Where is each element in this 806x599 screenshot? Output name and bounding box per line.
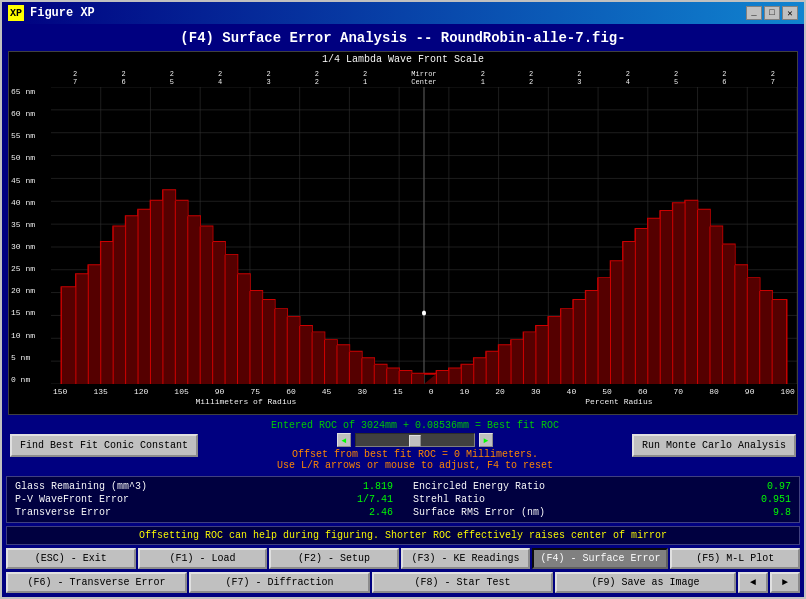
x-axis-right-label: Percent Radius: [585, 397, 652, 406]
roc-info-text: Entered ROC of 3024mm + 0.08536mm = Best…: [202, 420, 628, 431]
info-bar-text: Offsetting ROC can help during figuring.…: [139, 530, 667, 541]
x-left-numbers: 150 135 120 105 90 75 60 45 30 15 0 10 2…: [51, 386, 797, 397]
chart-title: 1/4 Lambda Wave Front Scale: [9, 52, 797, 67]
f1-load-button[interactable]: (F1) - Load: [138, 548, 268, 569]
slider-right-arrow[interactable]: ►: [479, 433, 493, 447]
f5-ml-plot-button[interactable]: (F5) M-L Plot: [670, 548, 800, 569]
surface-rms-label: Surface RMS Error (nm): [413, 507, 545, 518]
encircled-energy-stat: Encircled Energy Ratio 0.97: [413, 481, 791, 492]
strehl-stat: Strehl Ratio 0.951: [413, 494, 791, 505]
close-button[interactable]: ✕: [782, 6, 798, 20]
window-subtitle: (F4) Surface Error Analysis -- RoundRobi…: [6, 28, 800, 48]
info-bar: Offsetting ROC can help during figuring.…: [6, 526, 800, 545]
controls-row: Find Best Fit Conic Constant Entered ROC…: [6, 418, 800, 473]
arrow-left-button[interactable]: ◄: [738, 572, 768, 593]
svg-point-91: [422, 310, 426, 315]
offset-info-text: Offset from best fit ROC = 0 Millimeters…: [202, 449, 628, 460]
f9-save-image-button[interactable]: (F9) Save as Image: [555, 572, 736, 593]
slider-left-arrow[interactable]: ◄: [337, 433, 351, 447]
f6-transverse-button[interactable]: (F6) - Transverse Error: [6, 572, 187, 593]
maximize-button[interactable]: □: [764, 6, 780, 20]
chart-svg: [51, 87, 797, 384]
surface-rms-stat: Surface RMS Error (nm) 9.8: [413, 507, 791, 518]
stats-row: Glass Remaining (mm^3) 1.819 Encircled E…: [6, 476, 800, 523]
window-content: (F4) Surface Error Analysis -- RoundRobi…: [2, 24, 804, 597]
find-best-fit-button[interactable]: Find Best Fit Conic Constant: [10, 434, 198, 457]
x-axis-labels: Millimeters of Radius Percent Radius: [51, 397, 797, 406]
x-axis-left-label: Millimeters of Radius: [195, 397, 296, 406]
arrow-hint-text: Use L/R arrows or mouse to adjust, F4 to…: [202, 460, 628, 471]
title-bar-controls: _ □ ✕: [746, 6, 798, 20]
title-bar: XP Figure XP _ □ ✕: [2, 2, 804, 24]
esc-exit-button[interactable]: (ESC) - Exit: [6, 548, 136, 569]
bottom-buttons-row1: (ESC) - Exit (F1) - Load (F2) - Setup (F…: [6, 548, 800, 569]
strehl-value: 0.951: [761, 494, 791, 505]
transverse-label: Transverse Error: [15, 507, 111, 518]
glass-remaining-label: Glass Remaining (mm^3): [15, 481, 147, 492]
f3-ke-readings-button[interactable]: (F3) - KE Readings: [401, 548, 531, 569]
glass-remaining-value: 1.819: [363, 481, 393, 492]
arrow-right-button[interactable]: ►: [770, 572, 800, 593]
top-number-labels: 27 26 25 24 23 22 21 MirrorCenter 21 22 …: [51, 70, 797, 86]
y-axis-labels: 65 nm 60 nm 55 nm 50 nm 45 nm 40 nm 35 n…: [11, 87, 35, 384]
svg-marker-31: [61, 190, 424, 384]
app-icon: XP: [8, 5, 24, 21]
strehl-label: Strehl Ratio: [413, 494, 485, 505]
title-bar-left: XP Figure XP: [8, 5, 95, 21]
chart-svg-container: [51, 87, 797, 384]
slider-thumb: [409, 435, 421, 447]
f4-surface-error-button[interactable]: (F4) - Surface Error: [532, 548, 668, 569]
minimize-button[interactable]: _: [746, 6, 762, 20]
glass-remaining-stat: Glass Remaining (mm^3) 1.819: [15, 481, 393, 492]
chart-area: 1/4 Lambda Wave Front Scale 27 26 25 24 …: [8, 51, 798, 415]
transverse-stat: Transverse Error 2.46: [15, 507, 393, 518]
f7-diffraction-button[interactable]: (F7) - Diffraction: [189, 572, 370, 593]
pv-wavefront-value: 1/7.41: [357, 494, 393, 505]
f2-setup-button[interactable]: (F2) - Setup: [269, 548, 399, 569]
pv-wavefront-stat: P-V WaveFront Error 1/7.41: [15, 494, 393, 505]
main-window: XP Figure XP _ □ ✕ (F4) Surface Error An…: [0, 0, 806, 599]
slider-track[interactable]: [355, 433, 475, 447]
bottom-buttons-row2: (F6) - Transverse Error (F7) - Diffracti…: [6, 572, 800, 593]
encircled-energy-label: Encircled Energy Ratio: [413, 481, 545, 492]
x-axis-area: 150 135 120 105 90 75 60 45 30 15 0 10 2…: [51, 386, 797, 414]
encircled-energy-value: 0.97: [767, 481, 791, 492]
transverse-value: 2.46: [369, 507, 393, 518]
window-title: Figure XP: [30, 6, 95, 20]
center-info: Entered ROC of 3024mm + 0.08536mm = Best…: [202, 420, 628, 471]
surface-rms-value: 9.8: [773, 507, 791, 518]
f8-star-test-button[interactable]: (F8) - Star Test: [372, 572, 553, 593]
run-monte-carlo-button[interactable]: Run Monte Carlo Analysis: [632, 434, 796, 457]
pv-wavefront-label: P-V WaveFront Error: [15, 494, 129, 505]
